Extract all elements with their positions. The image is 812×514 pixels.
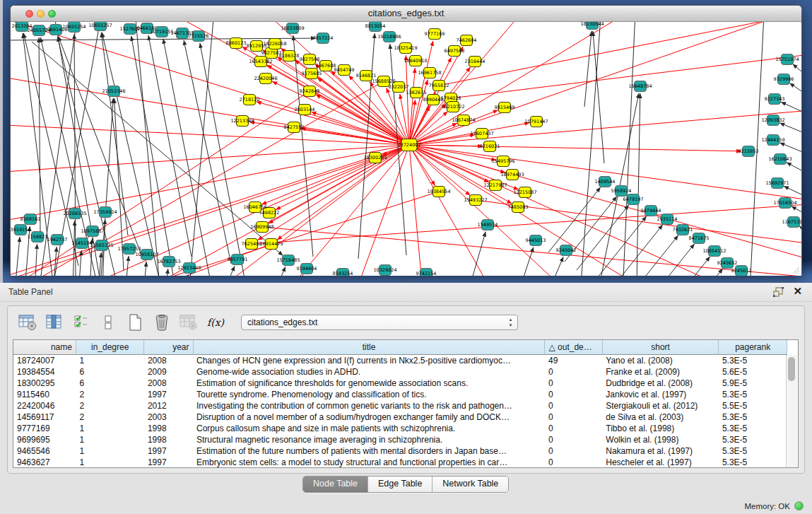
table-row[interactable]: 1830029562008Estimation of significance … <box>13 378 787 389</box>
column-header-pagerank[interactable]: pagerank <box>719 340 787 354</box>
table-cell[interactable]: 0 <box>545 389 602 400</box>
graph-node[interactable]: 19218986 <box>377 32 401 42</box>
graph-node[interactable]: 8471675 <box>689 233 710 244</box>
select-column-icon[interactable] <box>45 313 64 332</box>
table-settings-icon[interactable] <box>18 313 37 332</box>
table-cell[interactable]: Disruption of a novel member of a sodium… <box>193 411 545 423</box>
table-cell[interactable]: 1 <box>76 445 144 457</box>
table-vertical-scrollbar[interactable] <box>786 355 797 468</box>
table-cell[interactable]: Dudbridge et al. (2008) <box>602 378 719 389</box>
table-cell[interactable]: 19384554 <box>13 366 76 378</box>
graph-node[interactable]: 8215953 <box>739 146 759 157</box>
graph-node[interactable]: 2718120 <box>240 95 260 105</box>
table-row[interactable]: 1872400712008Changes of HCN gene express… <box>13 354 787 366</box>
graph-node[interactable]: 9227343 <box>765 94 785 105</box>
graph-node[interactable]: 10791447 <box>524 117 548 127</box>
graph-node[interactable]: 8860123 <box>226 38 247 49</box>
table-cell[interactable]: 18300295 <box>13 378 76 389</box>
graph-node[interactable]: 9445013 <box>526 235 546 246</box>
table-row[interactable]: 977716911998Corpus callosum shape and si… <box>13 423 787 434</box>
tab-edge-table[interactable]: Edge Table <box>368 477 433 492</box>
graph-node[interactable]: 15751074 <box>775 54 799 65</box>
table-row[interactable]: 1456911722003Disruption of a novel membe… <box>13 411 787 423</box>
table-cell[interactable]: 5.6E-5 <box>719 366 787 378</box>
table-cell[interactable]: Corpus callosum shape and size in male p… <box>193 423 545 434</box>
graph-node[interactable]: 2316444 <box>465 57 486 67</box>
table-cell[interactable]: 5.3E-5 <box>719 457 787 468</box>
column-header-short[interactable]: short <box>602 340 719 354</box>
table-cell[interactable]: 6 <box>76 366 144 378</box>
new-file-icon[interactable] <box>125 313 145 332</box>
graph-node[interactable]: 18640910 <box>404 56 427 66</box>
table-cell[interactable]: 1997 <box>144 389 193 400</box>
graph-node[interactable]: 3919154 <box>11 225 30 235</box>
table-cell[interactable]: Tibbo et al. (1998) <box>602 423 719 434</box>
table-cell[interactable]: 14569117 <box>13 411 76 423</box>
window-titlebar[interactable]: citations_edges.txt <box>11 6 801 22</box>
table-cell[interactable]: 2008 <box>144 354 193 366</box>
table-cell[interactable]: Yano et al. (2008) <box>602 354 719 366</box>
table-cell[interactable]: 5.3E-5 <box>719 389 787 400</box>
table-cell[interactable]: 5.3E-5 <box>719 423 787 434</box>
graph-node[interactable]: 18130544 <box>580 22 604 30</box>
column-header-out_de[interactable]: △ out_de… <box>545 340 602 354</box>
graph-node[interactable]: 9474444 <box>641 206 661 216</box>
graph-node[interactable]: 1942737 <box>47 235 68 245</box>
tab-node-table[interactable]: Node Table <box>303 477 368 492</box>
graph-node[interactable]: 1549514 <box>478 220 498 230</box>
table-cell[interactable]: 9463627 <box>13 457 76 468</box>
graph-node[interactable]: 7625402 <box>242 239 262 250</box>
table-cell[interactable]: Genome-wide association studies in ADHD. <box>193 366 545 378</box>
graph-node[interactable]: 1156823 <box>28 232 48 243</box>
graph-node[interactable]: 10329024 <box>373 265 396 276</box>
table-row[interactable]: 1938455462009Genome-wide association stu… <box>13 366 787 378</box>
resize-grip-icon[interactable] <box>790 264 800 274</box>
table-cell[interactable]: 22420046 <box>13 400 76 411</box>
graph-node[interactable]: 7955812 <box>429 81 449 91</box>
graph-node[interactable]: 7857224 <box>313 33 334 44</box>
graph-node[interactable]: 1362615 <box>406 88 427 98</box>
column-header-title[interactable]: title <box>193 340 545 354</box>
function-builder-icon[interactable]: f(x) <box>206 313 225 332</box>
table-cell[interactable]: 0 <box>545 400 602 411</box>
table-cell[interactable]: 6 <box>76 378 144 389</box>
table-cell[interactable]: 2008 <box>144 378 193 389</box>
table-cell[interactable]: 5.3E-5 <box>719 445 787 457</box>
table-cell[interactable]: 1998 <box>144 423 193 434</box>
table-cell[interactable]: Jankovic et al. (1997) <box>602 389 719 400</box>
graph-node[interactable]: 1409544 <box>595 177 616 187</box>
table-row[interactable]: 969969511998Structural magnetic resonanc… <box>13 434 787 445</box>
graph-node[interactable]: 18325419 <box>394 43 417 54</box>
table-cell[interactable]: 1 <box>76 434 144 445</box>
table-cell[interactable]: 1997 <box>144 445 193 457</box>
graph-node[interactable]: 15716485 <box>276 255 300 266</box>
graph-node[interactable]: 18974493 <box>500 170 524 180</box>
table-cell[interactable]: Estimation of significance thresholds fo… <box>193 378 545 389</box>
tab-network-table[interactable]: Network Table <box>433 477 508 492</box>
graph-node[interactable]: 7462604 <box>457 35 477 46</box>
scrollbar-thumb[interactable] <box>788 357 795 381</box>
graph-node[interactable]: 9777169 <box>425 29 445 40</box>
table-cell[interactable]: 2009 <box>144 366 193 378</box>
table-cell[interactable]: 49 <box>545 354 602 366</box>
graph-node[interactable]: 19384554 <box>427 187 450 197</box>
table-cell[interactable]: Changes of HCN gene expression and I(f) … <box>193 354 545 366</box>
table-cell[interactable]: Structural magnetic resonance image aver… <box>193 434 545 445</box>
table-cell[interactable]: 9777169 <box>13 423 76 434</box>
graph-node[interactable]: 17359924 <box>93 207 117 218</box>
graph-node[interactable]: 9194404 <box>297 264 317 274</box>
table-cell[interactable]: 5.5E-5 <box>719 400 787 411</box>
table-cell[interactable]: 0 <box>545 434 602 445</box>
table-cell[interactable]: 0 <box>545 423 602 434</box>
table-cell[interactable]: Hescheler et al. (1997) <box>602 457 719 468</box>
graph-node[interactable]: 6497568 <box>445 46 465 57</box>
table-cell[interactable]: 0 <box>545 366 602 378</box>
column-header-name[interactable]: name <box>13 340 76 354</box>
table-cell[interactable]: 5.3E-5 <box>719 354 787 366</box>
table-cell[interactable]: 2012 <box>144 400 193 411</box>
graph-node[interactable]: 8813054 <box>365 22 386 32</box>
graph-node[interactable]: 2935114 <box>657 214 678 225</box>
graph-node[interactable]: 15495796 <box>491 156 514 167</box>
close-panel-icon[interactable]: ✕ <box>793 286 802 297</box>
table-cell[interactable]: 5.3E-5 <box>719 411 787 423</box>
